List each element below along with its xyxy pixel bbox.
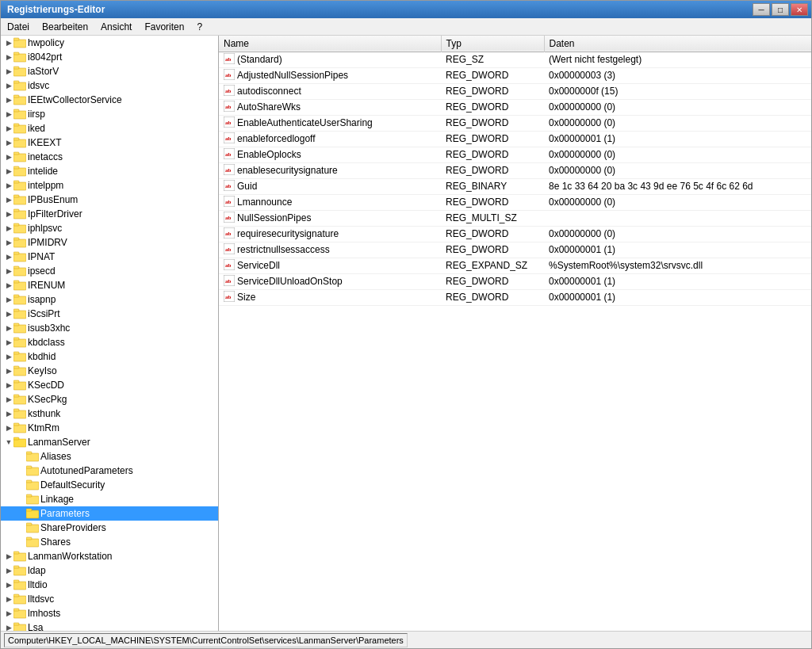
table-row[interactable]: abautodisconnectREG_DWORD0x0000000f (15) bbox=[219, 83, 811, 99]
expand-btn-LanmanWorkstation[interactable]: ▶ bbox=[4, 552, 13, 561]
tree-item-iScsiPrt[interactable]: ▶iScsiPrt bbox=[1, 307, 218, 321]
table-row[interactable]: abGuidREG_BINARY8e 1c 33 64 20 ba 3c 43 … bbox=[219, 178, 811, 194]
expand-btn-Lsa[interactable]: ▶ bbox=[4, 623, 13, 631]
expand-btn-intelide[interactable]: ▶ bbox=[4, 166, 13, 176]
maximize-button[interactable]: □ bbox=[772, 3, 789, 16]
tree-item-intelide[interactable]: ▶intelide bbox=[1, 164, 218, 178]
table-row[interactable]: abNullSessionPipesREG_MULTI_SZ bbox=[219, 210, 811, 226]
expand-btn-IKEEXT[interactable]: ▶ bbox=[4, 138, 13, 147]
tree-item-Lsa[interactable]: ▶Lsa bbox=[1, 620, 218, 631]
table-row[interactable]: abrestrictnullsessaccessREG_DWORD0x00000… bbox=[219, 242, 811, 258]
table-row[interactable]: abLmannounceREG_DWORD0x00000000 (0) bbox=[219, 194, 811, 210]
expand-btn-i8042prt[interactable]: ▶ bbox=[4, 52, 13, 62]
menu-favoriten[interactable]: Favoriten bbox=[138, 20, 190, 34]
table-row[interactable]: abSizeREG_DWORD0x00000001 (1) bbox=[219, 289, 811, 305]
tree-item-lltdsvc[interactable]: ▶lltdsvc bbox=[1, 592, 218, 606]
table-row[interactable]: abServiceDllREG_EXPAND_SZ%SystemRoot%\sy… bbox=[219, 258, 811, 273]
tree-item-Aliases[interactable]: Aliases bbox=[1, 449, 218, 464]
tree-item-IKEEXT[interactable]: ▶IKEEXT bbox=[1, 136, 218, 150]
tree-item-ipsecd[interactable]: ▶ipsecd bbox=[1, 264, 218, 278]
table-row[interactable]: abEnableAuthenticateUserSharingREG_DWORD… bbox=[219, 115, 811, 131]
expand-btn-lltdsvc[interactable]: ▶ bbox=[4, 594, 13, 604]
tree-item-Parameters[interactable]: Parameters bbox=[1, 506, 218, 521]
expand-btn-ShareProviders[interactable] bbox=[17, 523, 26, 533]
expand-btn-KSecPkg[interactable]: ▶ bbox=[4, 395, 13, 404]
menu-help[interactable]: ? bbox=[190, 20, 209, 34]
expand-btn-Linkage[interactable] bbox=[17, 494, 26, 504]
tree-item-IPNAT[interactable]: ▶IPNAT bbox=[1, 250, 218, 264]
expand-btn-DefaultSecurity[interactable] bbox=[17, 480, 26, 490]
expand-btn-idsvc[interactable]: ▶ bbox=[4, 81, 13, 90]
expand-btn-KeyIso[interactable]: ▶ bbox=[4, 366, 13, 376]
expand-btn-LanmanServer[interactable]: ▼ bbox=[4, 437, 13, 447]
registry-tree[interactable]: ▶hwpolicy▶i8042prt▶iaStorV▶idsvc▶IEEtwCo… bbox=[1, 36, 219, 631]
expand-btn-Aliases[interactable] bbox=[17, 452, 26, 461]
expand-btn-iaStorV[interactable]: ▶ bbox=[4, 67, 13, 76]
menu-bearbeiten[interactable]: Bearbeiten bbox=[36, 20, 94, 34]
expand-btn-IpFilterDriver[interactable]: ▶ bbox=[4, 209, 13, 219]
expand-btn-lmhosts[interactable]: ▶ bbox=[4, 609, 13, 618]
expand-btn-iirsp[interactable]: ▶ bbox=[4, 109, 13, 119]
column-header-type[interactable]: Typ bbox=[441, 36, 544, 52]
table-row[interactable]: abAdjustedNullSessionPipesREG_DWORD0x000… bbox=[219, 67, 811, 83]
menu-datei[interactable]: Datei bbox=[1, 20, 36, 34]
table-row[interactable]: abenablesecuritysignatureREG_DWORD0x0000… bbox=[219, 162, 811, 178]
close-button[interactable]: ✕ bbox=[791, 3, 808, 16]
tree-item-lltdio[interactable]: ▶lltdio bbox=[1, 578, 218, 592]
tree-item-KeyIso[interactable]: ▶KeyIso bbox=[1, 364, 218, 378]
expand-btn-ksthunk[interactable]: ▶ bbox=[4, 409, 13, 418]
tree-item-IRENUM[interactable]: ▶IRENUM bbox=[1, 278, 218, 292]
expand-btn-IPMIDRV[interactable]: ▶ bbox=[4, 238, 13, 247]
tree-item-AutotunedParameters[interactable]: AutotunedParameters bbox=[1, 464, 218, 478]
tree-item-KtmRm[interactable]: ▶KtmRm bbox=[1, 421, 218, 435]
expand-btn-IPNAT[interactable]: ▶ bbox=[4, 252, 13, 262]
tree-item-isapnp[interactable]: ▶isapnp bbox=[1, 292, 218, 307]
tree-item-iirsp[interactable]: ▶iirsp bbox=[1, 107, 218, 121]
tree-item-isusb3xhc[interactable]: ▶isusb3xhc bbox=[1, 321, 218, 335]
tree-item-iphlpsvc[interactable]: ▶iphlpsvc bbox=[1, 221, 218, 235]
tree-item-LanmanServer[interactable]: ▼LanmanServer bbox=[1, 435, 218, 449]
tree-item-kbdclass[interactable]: ▶kbdclass bbox=[1, 335, 218, 349]
expand-btn-iScsiPrt[interactable]: ▶ bbox=[4, 309, 13, 319]
expand-btn-isapnp[interactable]: ▶ bbox=[4, 295, 13, 304]
expand-btn-iphlpsvc[interactable]: ▶ bbox=[4, 223, 13, 233]
expand-btn-intelppm[interactable]: ▶ bbox=[4, 181, 13, 190]
column-header-data[interactable]: Daten bbox=[544, 36, 811, 52]
tree-item-iaStorV[interactable]: ▶iaStorV bbox=[1, 64, 218, 78]
expand-btn-inetaccs[interactable]: ▶ bbox=[4, 152, 13, 162]
expand-btn-ipsecd[interactable]: ▶ bbox=[4, 266, 13, 276]
table-row[interactable]: abEnableOplocksREG_DWORD0x00000000 (0) bbox=[219, 147, 811, 162]
expand-btn-KSecDD[interactable]: ▶ bbox=[4, 380, 13, 390]
expand-btn-IRENUM[interactable]: ▶ bbox=[4, 281, 13, 290]
tree-item-IPBusEnum[interactable]: ▶IPBusEnum bbox=[1, 193, 218, 207]
tree-item-LanmanWorkstation[interactable]: ▶LanmanWorkstation bbox=[1, 549, 218, 563]
tree-item-intelppm[interactable]: ▶intelppm bbox=[1, 178, 218, 193]
expand-btn-Shares[interactable] bbox=[17, 537, 26, 547]
menu-ansicht[interactable]: Ansicht bbox=[94, 20, 138, 34]
tree-item-i8042prt[interactable]: ▶i8042prt bbox=[1, 50, 218, 64]
expand-btn-AutotunedParameters[interactable] bbox=[17, 466, 26, 475]
tree-item-Linkage[interactable]: Linkage bbox=[1, 492, 218, 506]
tree-item-hwpolicy[interactable]: ▶hwpolicy bbox=[1, 36, 218, 50]
expand-btn-IEEtwCollectorService[interactable]: ▶ bbox=[4, 95, 13, 105]
table-row[interactable]: ab(Standard)REG_SZ(Wert nicht festgelegt… bbox=[219, 52, 811, 67]
tree-item-IEEtwCollectorService[interactable]: ▶IEEtwCollectorService bbox=[1, 93, 218, 107]
tree-item-DefaultSecurity[interactable]: DefaultSecurity bbox=[1, 478, 218, 492]
minimize-button[interactable]: ─ bbox=[753, 3, 770, 16]
expand-btn-iked[interactable]: ▶ bbox=[4, 124, 13, 133]
table-row[interactable]: abenableforcedlogoffREG_DWORD0x00000001 … bbox=[219, 131, 811, 147]
expand-btn-KtmRm[interactable]: ▶ bbox=[4, 423, 13, 433]
tree-item-inetaccs[interactable]: ▶inetaccs bbox=[1, 150, 218, 164]
tree-item-KSecPkg[interactable]: ▶KSecPkg bbox=[1, 392, 218, 407]
expand-btn-isusb3xhc[interactable]: ▶ bbox=[4, 323, 13, 333]
column-header-name[interactable]: Name bbox=[219, 36, 441, 52]
tree-item-KSecDD[interactable]: ▶KSecDD bbox=[1, 378, 218, 392]
tree-item-ShareProviders[interactable]: ShareProviders bbox=[1, 521, 218, 535]
expand-btn-Parameters[interactable] bbox=[17, 509, 26, 518]
table-row[interactable]: abrequiresecuritysignatureREG_DWORD0x000… bbox=[219, 226, 811, 242]
expand-btn-hwpolicy[interactable]: ▶ bbox=[4, 38, 13, 48]
tree-item-idsvc[interactable]: ▶idsvc bbox=[1, 78, 218, 93]
table-row[interactable]: abServiceDllUnloadOnStopREG_DWORD0x00000… bbox=[219, 273, 811, 289]
tree-item-IPMIDRV[interactable]: ▶IPMIDRV bbox=[1, 235, 218, 250]
expand-btn-ldap[interactable]: ▶ bbox=[4, 566, 13, 575]
